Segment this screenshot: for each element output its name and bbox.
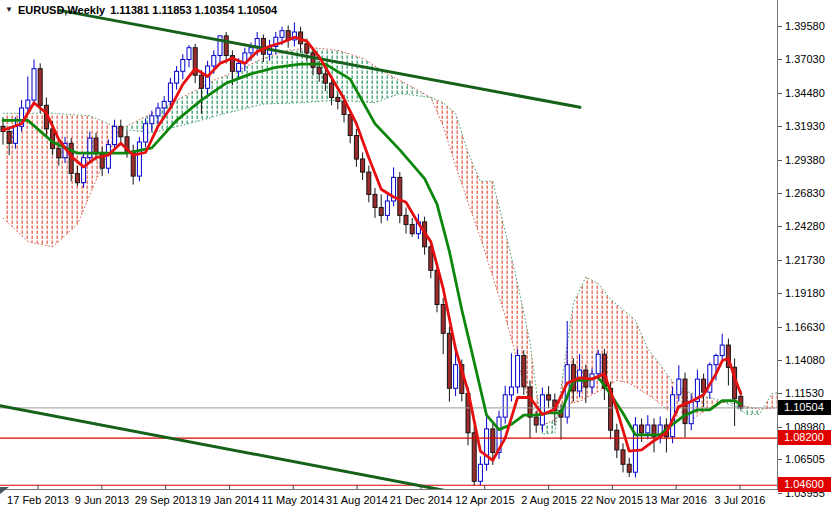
time-axis-label: 2 Aug 2015 — [521, 494, 577, 506]
hline-price-marker: 1.08200 — [778, 430, 831, 445]
price-axis-label: 1.39580 — [785, 20, 825, 32]
terminal-chart-window: { "header": { "dropdown_icon": "▼", "sym… — [0, 0, 831, 511]
time-axis-label: 31 Aug 2014 — [326, 494, 388, 506]
chart-title: ▼ EURUSD,Weekly 1.11381 1.11853 1.10354 … — [5, 4, 277, 16]
price-axis-label: 1.21730 — [785, 254, 825, 266]
price-chart-svg — [0, 0, 777, 489]
price-axis-label: 1.19180 — [785, 287, 825, 299]
time-axis-label: 22 Nov 2015 — [581, 494, 643, 506]
time-axis-label: 29 Sep 2013 — [135, 494, 197, 506]
chart-canvas[interactable]: ▼ EURUSD,Weekly 1.11381 1.11853 1.10354 … — [0, 0, 778, 490]
price-axis[interactable]: 1.395801.370301.344801.319301.293801.268… — [778, 0, 831, 511]
price-axis-label: 1.14080 — [785, 354, 825, 366]
time-axis-label: 11 May 2014 — [262, 494, 325, 506]
price-axis-label: 1.16630 — [785, 321, 825, 333]
time-axis-label: 21 Dec 2014 — [390, 494, 452, 506]
price-axis-label: 1.11530 — [785, 387, 824, 399]
hline-price-marker: 1.04600 — [778, 477, 831, 492]
symbol-dropdown-icon[interactable]: ▼ — [5, 5, 13, 14]
price-axis-label: 1.34480 — [785, 87, 825, 99]
time-axis-label: 12 Apr 2015 — [455, 494, 514, 506]
price-axis-label: 1.06505 — [785, 453, 825, 465]
time-axis-label: 3 Jul 2016 — [715, 494, 766, 506]
price-axis-label: 1.31930 — [785, 120, 825, 132]
current-price-marker: 1.10504 — [778, 400, 831, 415]
ohlc-quote-label: 1.11381 1.11853 1.10354 1.10504 — [110, 4, 277, 16]
symbol-timeframe-label: EURUSD,Weekly — [18, 4, 105, 16]
price-axis-label: 1.29380 — [785, 154, 825, 166]
time-axis-label: 19 Jan 2014 — [199, 494, 260, 506]
time-axis[interactable]: 17 Feb 20139 Jun 201329 Sep 201319 Jan 2… — [0, 491, 777, 511]
time-axis-label: 13 Mar 2016 — [645, 494, 707, 506]
price-axis-label: 1.26830 — [785, 187, 825, 199]
axis-corner-marker-icon — [0, 487, 9, 494]
time-axis-label: 17 Feb 2013 — [7, 494, 69, 506]
price-axis-label: 1.37030 — [785, 53, 825, 65]
time-axis-label: 9 Jun 2013 — [75, 494, 129, 506]
price-axis-label: 1.24280 — [785, 220, 825, 232]
